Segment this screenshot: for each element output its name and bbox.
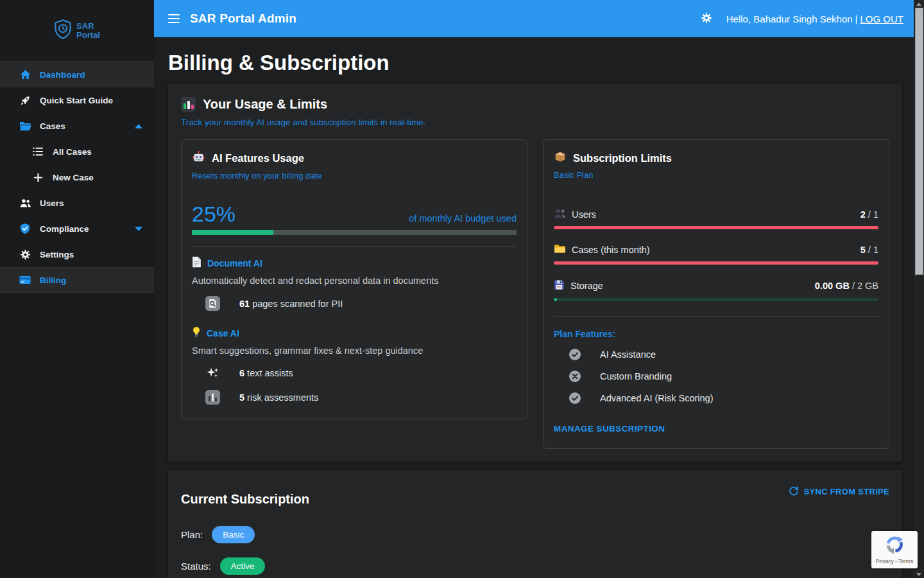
gear-icon (18, 249, 32, 260)
limits-title: Subscription Limits (573, 152, 672, 164)
logout-link[interactable]: LOG OUT (860, 13, 903, 24)
page-title: Billing & Subscription (168, 50, 902, 76)
users-limit-bar (554, 226, 878, 229)
document-ai-title: Document AI (207, 258, 262, 268)
subscription-limits-card: Subscription Limits Basic Plan Users (543, 139, 889, 449)
recaptcha-privacy-terms[interactable]: Privacy - Terms (876, 558, 913, 565)
manage-subscription-link[interactable]: MANAGE SUBSCRIPTION (554, 424, 665, 434)
limit-row-users: Users 2 / 1 (554, 208, 878, 229)
limits-plan-name: Basic Plan (554, 170, 878, 180)
scrollbar[interactable] (914, 0, 924, 578)
rocket-icon (18, 95, 32, 106)
sidebar-item-settings[interactable]: Settings (0, 241, 154, 267)
refresh-icon (789, 486, 799, 498)
sidebar-item-dashboard[interactable]: Dashboard (0, 62, 154, 87)
check-circle-icon (568, 392, 582, 405)
floppy-disk-icon (554, 279, 565, 292)
chart-gray-icon (205, 390, 220, 405)
divider (192, 246, 517, 247)
case-ai-description: Smart suggestions, grammar fixes & next-… (192, 346, 517, 356)
risk-assessments-stat: 5 risk assessments (205, 390, 517, 405)
sidebar-item-billing[interactable]: Billing (0, 267, 154, 293)
home-icon (18, 69, 32, 80)
list-icon (31, 147, 45, 156)
plan-label: Plan: (181, 529, 203, 540)
bar-chart-icon (181, 97, 196, 112)
scrollbar-thumb[interactable] (915, 8, 923, 275)
sidebar-item-cases[interactable]: Cases (0, 113, 154, 139)
check-circle-icon (568, 348, 582, 361)
shield-clock-logo-icon (54, 19, 72, 42)
chevron-up-icon (135, 124, 142, 128)
sidebar-item-new-case[interactable]: New Case (0, 164, 154, 190)
chevron-down-icon (135, 227, 142, 231)
usage-limits-card: Your Usage & Limits Track your monthly A… (168, 84, 902, 462)
ai-usage-title: AI Features Usage (212, 152, 304, 164)
users-busts-icon (554, 208, 566, 220)
text-assists-stat: 6 text assists (205, 366, 517, 380)
ai-budget-percent: 25% (192, 202, 235, 225)
document-ai-description: Automatically detect and redact personal… (192, 276, 517, 286)
main-content: Billing & Subscription Your Usage & Limi… (154, 37, 914, 578)
ai-budget-progress-bar (192, 230, 517, 235)
topbar: SAR Portal Admin Hello, Bahadur Singh Se… (154, 0, 914, 37)
current-subscription-title: Current Subscription (181, 492, 309, 507)
cases-limit-bar (554, 261, 878, 265)
sidebar-item-quick-start[interactable]: Quick Start Guide (0, 87, 154, 113)
ai-budget-progress-fill (192, 230, 273, 235)
gear-icon-header[interactable] (701, 12, 712, 26)
sidebar-item-compliance[interactable]: Compliance (0, 216, 154, 241)
ai-usage-subtitle: Resets monthly on your billing date (192, 171, 517, 180)
x-circle-icon (568, 370, 582, 383)
credit-card-icon (18, 276, 32, 285)
current-subscription-card: Current Subscription SYNC FROM STRIPE Pl… (168, 470, 902, 578)
limit-row-cases: Cases (this month) 5 / 1 (554, 244, 878, 265)
sidebar: SAR Portal Dashboard Quick Start Guide C… (0, 0, 154, 578)
status-badge: Active (220, 557, 266, 575)
storage-limit-bar (554, 298, 878, 301)
sidebar-item-users[interactable]: Users (0, 190, 154, 216)
ai-budget-note: of monthly AI budget used (409, 213, 517, 225)
scrollbar-up-arrow[interactable] (914, 0, 924, 8)
package-icon (554, 150, 567, 166)
app-title: SAR Portal Admin (190, 12, 296, 26)
sync-from-stripe-button[interactable]: SYNC FROM STRIPE (789, 486, 889, 498)
plan-features-label: Plan Features: (554, 329, 878, 339)
case-ai-title: Case AI (207, 328, 239, 338)
sidebar-item-all-cases[interactable]: All Cases (0, 139, 154, 164)
plan-badge: Basic (212, 526, 255, 543)
recaptcha-badge[interactable]: Privacy - Terms (871, 531, 918, 568)
document-search-icon (205, 296, 220, 311)
divider (554, 316, 878, 317)
sparkles-icon (205, 366, 220, 380)
shield-check-icon (18, 223, 32, 234)
hamburger-menu-icon[interactable] (168, 13, 180, 24)
app-logo: SAR Portal (0, 0, 154, 62)
scrollbar-down-arrow[interactable] (914, 570, 924, 578)
usage-section-subtitle: Track your monthly AI usage and subscrip… (181, 118, 889, 127)
folder-open-icon (18, 121, 32, 131)
usage-section-title: Your Usage & Limits (203, 97, 327, 112)
status-label: Status: (181, 561, 211, 572)
lightbulb-icon (192, 326, 201, 340)
user-greeting: Hello, Bahadur Singh Sekhon |LOG OUT (726, 13, 903, 24)
pages-scanned-stat: 61 pages scanned for PII (205, 296, 517, 311)
logo-text: SAR Portal (76, 22, 100, 40)
feature-advanced-ai: Advanced AI (Risk Scoring) (568, 392, 878, 405)
feature-ai-assistance: AI Assistance (568, 348, 878, 361)
users-icon (18, 198, 32, 208)
robot-icon (192, 150, 205, 166)
document-icon (192, 256, 201, 270)
plus-icon (31, 173, 45, 182)
recaptcha-logo-icon (885, 535, 904, 557)
ai-features-usage-card: AI Features Usage Resets monthly on your… (181, 139, 527, 419)
separator: | (855, 13, 858, 24)
folder-icon (554, 244, 566, 256)
limit-row-storage: Storage 0.00 GB / 2 GB (554, 279, 878, 301)
feature-custom-branding: Custom Branding (568, 370, 878, 383)
